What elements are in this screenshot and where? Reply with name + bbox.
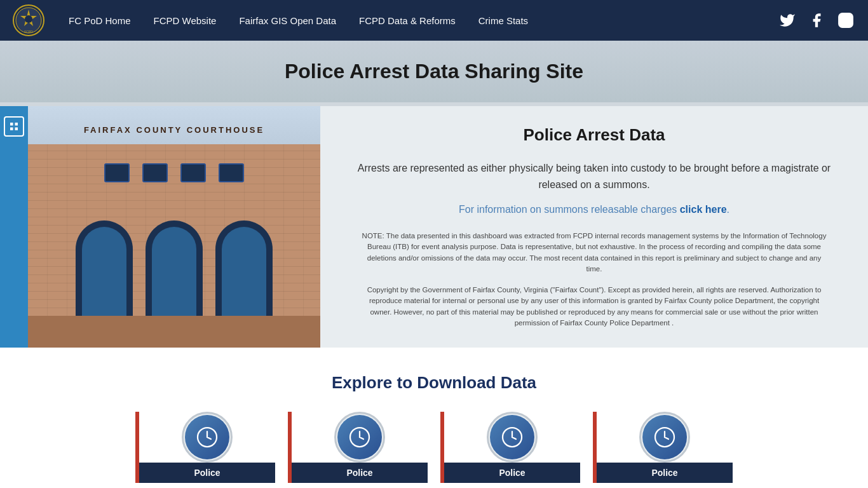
card-main-2: Police [292, 412, 428, 483]
main-content: FAIRFAX COUNTY COURTHOUSE Police Arrest … [0, 106, 868, 348]
data-card-2[interactable]: Police [288, 412, 428, 483]
hero-title: Police Arrest Data Sharing Site [13, 60, 855, 83]
arrest-info-section: Police Arrest Data Arrests are represent… [320, 106, 868, 348]
data-card-1[interactable]: Police [135, 412, 275, 483]
arrest-section-title: Police Arrest Data [352, 125, 836, 145]
sidebar-panel [0, 106, 28, 348]
nav-fcpd-data[interactable]: FCPD Data & Reforms [348, 15, 467, 26]
data-card-4[interactable]: Police [593, 412, 733, 483]
copyright-text: Copyright by the Government of Fairfax C… [352, 285, 836, 329]
nav-links: FC PoD Home FCPD Website Fairfax GIS Ope… [57, 15, 778, 26]
summons-info: For information on summons releasable ch… [352, 204, 836, 215]
card-main-1: Police [139, 412, 275, 483]
hero-section: Police Arrest Data Sharing Site [0, 41, 868, 102]
card-label-1: Police [139, 463, 275, 483]
courthouse-image: FAIRFAX COUNTY COURTHOUSE [28, 106, 320, 348]
nav-fairfax-gis[interactable]: Fairfax GIS Open Data [227, 15, 348, 26]
arrest-description: Arrests are represented as either physic… [352, 160, 836, 193]
svg-point-3 [25, 15, 32, 23]
card-label-4: Police [597, 463, 733, 483]
facebook-icon[interactable] [807, 11, 826, 30]
sidebar-toggle-button[interactable] [4, 116, 24, 137]
nav-crime-stats[interactable]: Crime Stats [467, 15, 539, 26]
site-logo: FCPD [13, 4, 44, 36]
card-main-4: Police [597, 412, 733, 483]
card-label-2: Police [292, 463, 428, 483]
svg-text:FCPD: FCPD [24, 30, 33, 34]
nav-social [778, 11, 855, 30]
nav-fcpd-website[interactable]: FCPD Website [142, 15, 228, 26]
card-circle-3 [487, 412, 538, 463]
card-row: Police Police [13, 412, 855, 483]
svg-point-7 [849, 17, 850, 17]
click-here-link[interactable]: click here [680, 204, 727, 215]
twitter-icon[interactable] [778, 11, 797, 30]
instagram-icon[interactable] [836, 11, 855, 30]
card-circle-2 [334, 412, 385, 463]
explore-title: Explore to Download Data [13, 373, 855, 393]
card-circle-1 [182, 412, 233, 463]
card-circle-4 [639, 412, 690, 463]
card-label-3: Police [444, 463, 580, 483]
svg-point-6 [843, 18, 849, 24]
card-main-3: Police [444, 412, 580, 483]
nav-fc-pod-home[interactable]: FC PoD Home [57, 15, 142, 26]
data-card-3[interactable]: Police [440, 412, 580, 483]
explore-section: Explore to Download Data Police [0, 348, 868, 488]
navigation: FCPD FC PoD Home FCPD Website Fairfax GI… [0, 0, 868, 41]
note-text: NOTE: The data presented in this dashboa… [352, 231, 836, 274]
courthouse-label: FAIRFAX COUNTY COURTHOUSE [84, 125, 264, 135]
